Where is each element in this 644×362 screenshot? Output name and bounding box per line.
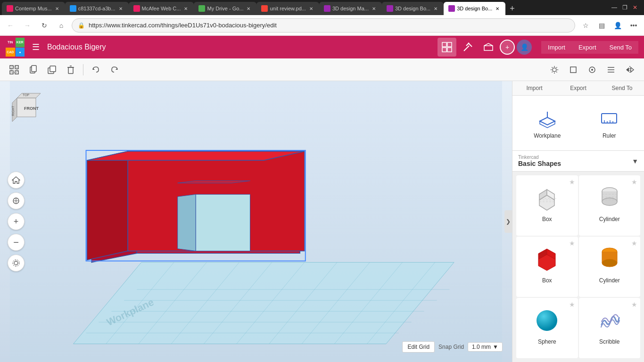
tinkercad-logo[interactable]: TIN KER CAD ● — [6, 38, 25, 57]
shape-star-scribble[interactable]: ★ — [631, 301, 637, 308]
tab-close-tab7[interactable]: ✕ — [432, 5, 439, 12]
light-icon — [550, 65, 559, 74]
panel-collapse-button[interactable]: ❯ — [504, 210, 512, 233]
maximize-button[interactable]: ❐ — [621, 4, 628, 11]
wireframe-button[interactable] — [565, 61, 582, 78]
shape-item-sphere[interactable]: ★ Sphere — [516, 298, 578, 358]
trash-icon — [66, 65, 75, 74]
export-button[interactable]: Export — [572, 41, 603, 54]
snap-button[interactable] — [584, 61, 601, 78]
more-button[interactable]: ••• — [627, 19, 640, 32]
snap-dropdown-icon: ▼ — [493, 344, 498, 350]
shape-item-cyl-solid[interactable]: ★ Cylinder — [579, 237, 641, 297]
import-tab[interactable]: Import — [512, 81, 556, 95]
tab-close-tab1[interactable]: ✕ — [54, 5, 60, 12]
send-to-tab[interactable]: Send To — [600, 81, 644, 95]
add-person-button[interactable]: + — [500, 40, 515, 55]
address-bar[interactable]: 🔒 https://www.tinkercad.com/things/leeD1… — [72, 18, 575, 33]
workplane-tool[interactable]: Workplane — [520, 103, 575, 143]
shape-star-sphere[interactable]: ★ — [569, 301, 575, 308]
mirror-button[interactable] — [621, 61, 638, 78]
tab-close-tab6[interactable]: ✕ — [371, 5, 377, 12]
shape-star-box-wire[interactable]: ★ — [569, 178, 575, 186]
group-button[interactable] — [6, 61, 23, 78]
delete-button[interactable] — [62, 61, 79, 78]
browser-tab-tab2[interactable]: c81337cd-a3b...✕ — [65, 2, 129, 15]
browser-tab-tab8[interactable]: 3D design Bo...✕ — [444, 2, 505, 15]
copy-button[interactable] — [25, 61, 41, 78]
duplicate-button[interactable] — [43, 61, 60, 78]
build-button[interactable] — [458, 38, 477, 57]
fit-view-button[interactable] — [8, 192, 25, 209]
browser-tab-tab4[interactable]: My Drive - Go...✕ — [194, 2, 256, 15]
shape-item-scribble[interactable]: ★ Scribble — [579, 298, 641, 358]
tab-close-tab4[interactable]: ✕ — [245, 5, 252, 12]
header-right-buttons: + 👤 — [438, 38, 532, 57]
align-button[interactable] — [603, 61, 619, 78]
browser-toolbar-right: ☆ ▤ 👤 ••• — [579, 19, 640, 32]
back-button[interactable]: ← — [4, 19, 17, 32]
export-tab[interactable]: Export — [556, 81, 600, 95]
snap-value-box[interactable]: 1.0 mm ▼ — [468, 342, 503, 352]
send-to-button[interactable]: Send To — [603, 41, 638, 54]
tab-close-tab3[interactable]: ✕ — [182, 5, 189, 12]
ruler-tool[interactable]: Ruler — [582, 103, 637, 143]
profile-button[interactable]: 👤 — [611, 19, 624, 32]
undo-button[interactable] — [87, 61, 104, 78]
orbit-button[interactable] — [8, 255, 25, 272]
svg-rect-31 — [570, 67, 576, 73]
collections-button[interactable]: ▤ — [595, 19, 608, 32]
tab-label-tab6: 3D design Ma... — [332, 6, 369, 11]
home-button[interactable]: ⌂ — [55, 19, 68, 32]
redo-button[interactable] — [106, 61, 123, 78]
tab-favicon-tab5 — [261, 5, 268, 12]
wireframe-icon — [569, 65, 578, 74]
shape-star-cyl-solid[interactable]: ★ — [631, 239, 637, 247]
forward-button[interactable]: → — [21, 19, 34, 32]
browser-tab-tab1[interactable]: Contemp Mus...✕ — [2, 2, 65, 15]
svg-line-29 — [556, 67, 557, 68]
tools-section: Workplane Ruler — [512, 96, 644, 151]
svg-point-33 — [591, 69, 593, 71]
close-button[interactable]: ✕ — [632, 4, 638, 11]
duplicate-icon — [47, 65, 57, 74]
grid-view-button[interactable] — [438, 38, 456, 57]
shape-category-dropdown[interactable]: Tinkercad Basic Shapes ▼ — [512, 151, 644, 172]
user-avatar[interactable]: 👤 — [517, 40, 532, 55]
logo-cell-cad: CAD — [6, 48, 15, 57]
tab-favicon-tab7 — [387, 5, 393, 12]
browser-tab-tab7[interactable]: 3D design Bo...✕ — [382, 2, 444, 15]
undo-icon — [91, 65, 100, 74]
minimize-button[interactable]: — — [611, 4, 618, 11]
new-tab-button[interactable]: + — [505, 2, 519, 15]
zoom-out-button[interactable]: − — [8, 234, 25, 251]
tab-close-tab5[interactable]: ✕ — [308, 5, 314, 12]
orientation-cube[interactable]: FRONT RIGHT TOP — [8, 89, 45, 126]
hamburger-menu-button[interactable]: ☰ — [30, 40, 41, 54]
shape-star-cyl-wire[interactable]: ★ — [631, 178, 637, 186]
home-view-button[interactable] — [8, 172, 25, 189]
bookmarks-button[interactable]: ☆ — [579, 19, 592, 32]
left-view-controls: + − — [8, 172, 25, 272]
import-button[interactable]: Import — [541, 41, 572, 54]
tab-close-tab8[interactable]: ✕ — [494, 5, 501, 12]
browser-tab-tab6[interactable]: 3D design Ma...✕ — [319, 2, 382, 15]
tab-close-tab2[interactable]: ✕ — [117, 5, 124, 12]
shape-star-box-solid[interactable]: ★ — [569, 239, 575, 247]
shape-item-box-solid[interactable]: ★ Box — [516, 237, 578, 297]
browser-tab-tab3[interactable]: McAfee Web C...✕ — [129, 2, 194, 15]
svg-rect-86 — [602, 114, 617, 123]
viewport[interactable]: Workplane FRONT RIGHT TOP — [0, 81, 512, 362]
zoom-in-button[interactable]: + — [8, 213, 25, 230]
svg-marker-83 — [540, 117, 555, 125]
workplane-icon-box — [536, 107, 559, 130]
edit-grid-button[interactable]: Edit Grid — [402, 341, 435, 353]
reload-button[interactable]: ↻ — [38, 19, 51, 32]
learn-button[interactable] — [479, 38, 498, 57]
shape-item-cyl-wire[interactable]: ★ Cylin — [579, 175, 641, 236]
browser-tab-tab5[interactable]: unit review.pd...✕ — [256, 2, 319, 15]
light-button[interactable] — [546, 61, 563, 78]
toolbar — [0, 58, 644, 81]
shape-item-box-wire[interactable]: ★ Box — [516, 175, 578, 236]
redo-icon — [110, 65, 119, 74]
